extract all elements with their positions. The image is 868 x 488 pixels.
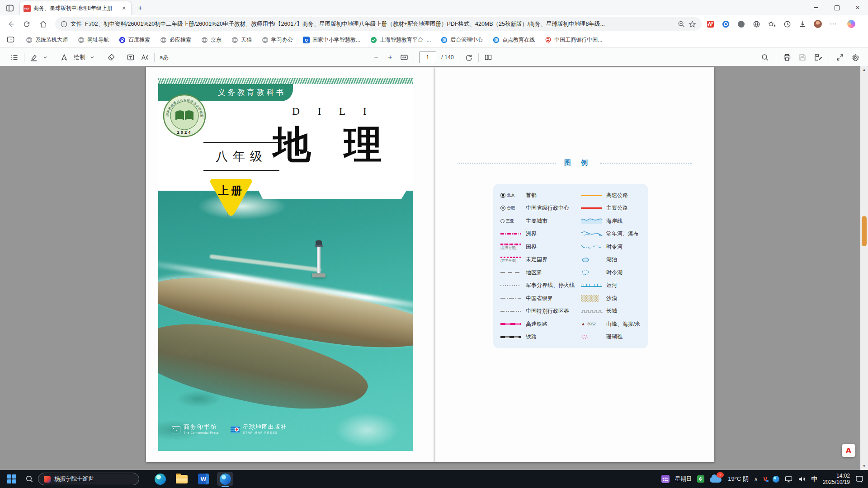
downloads-icon[interactable] — [797, 19, 807, 29]
highlighter-dropdown-icon[interactable] — [43, 56, 47, 59]
legend-symbol-sar-border — [500, 311, 526, 312]
cover-photo — [158, 191, 413, 451]
refresh-icon[interactable] — [22, 19, 32, 29]
page-number-input[interactable] — [419, 52, 436, 63]
window-close-button[interactable]: ✕ — [847, 0, 868, 15]
acrobat-button[interactable]: A — [842, 444, 855, 457]
tab-actions-icon[interactable] — [5, 4, 14, 13]
zoom-in-icon[interactable]: + — [386, 53, 395, 62]
favorite-star-icon[interactable] — [689, 20, 696, 28]
new-tab-button[interactable]: + — [136, 4, 145, 13]
tab-close-icon[interactable]: ✕ — [120, 5, 127, 12]
zoom-page-icon[interactable] — [678, 20, 685, 28]
taskbar-word-icon[interactable]: W — [193, 470, 214, 488]
bookmark-item[interactable]: 系统装机大师 — [26, 36, 68, 44]
add-text-icon[interactable] — [126, 53, 135, 62]
taskbar-clock[interactable]: 14:02 2025/10/19 — [823, 473, 850, 485]
tab-title: 商务、星球版初中地理8年级上册 — [33, 5, 118, 12]
scrollbar-thumb[interactable] — [862, 216, 867, 246]
rotate-icon[interactable] — [464, 53, 473, 62]
draw-dropdown-icon[interactable] — [90, 56, 94, 59]
sidebar-toggle-icon[interactable] — [6, 35, 15, 44]
pdf-page-cover: 义务教育教科书 国家教材委员会专家委员会审核通过 2024 D I L I 地 … — [146, 67, 435, 462]
bookmark-item[interactable]: 点点教育在线 — [493, 36, 535, 44]
volume-icon[interactable] — [798, 475, 806, 483]
window-maximize-button[interactable] — [826, 0, 847, 15]
legend-label: 珊瑚礁 — [606, 333, 623, 341]
pdf-viewer[interactable]: 义务教育教科书 国家教材委员会专家委员会审核通过 2024 D I L I 地 … — [0, 66, 868, 470]
bookmark-item[interactable]: 天猫 — [231, 36, 252, 44]
bookmark-item[interactable]: 学习办公 — [262, 36, 293, 44]
extension-red-icon[interactable]: ▞▞ — [705, 19, 715, 29]
pdf-settings-icon[interactable] — [851, 53, 860, 62]
contents-icon[interactable] — [10, 53, 19, 62]
extension-blue-icon[interactable] — [721, 19, 731, 29]
bookmark-item[interactable]: 后台管理中心 — [441, 36, 483, 44]
calendar-icon[interactable] — [661, 475, 670, 483]
address-field[interactable]: 文件 F:/02、初中资料/26001%20初中二年级上册/26001%20电子… — [55, 17, 702, 31]
fit-width-icon[interactable] — [400, 53, 409, 62]
bookmark-item[interactable]: ICBC中国工商银行中国... — [545, 36, 602, 44]
highlighter-icon[interactable] — [29, 53, 38, 62]
scroll-down-icon[interactable]: ▼ — [860, 462, 868, 470]
history-icon[interactable] — [782, 19, 792, 29]
legend-symbol-river — [581, 230, 606, 238]
taskbar-edge-icon-active[interactable] — [214, 470, 236, 488]
fullscreen-icon[interactable] — [835, 53, 844, 62]
save-as-icon[interactable] — [813, 53, 822, 62]
zoom-out-icon[interactable]: − — [372, 53, 381, 62]
eraser-icon[interactable] — [107, 53, 116, 62]
scroll-up-icon[interactable]: ▲ — [860, 66, 868, 74]
taskbar-search-icon[interactable] — [25, 475, 33, 483]
profile-avatar[interactable] — [813, 19, 823, 29]
ime-indicator[interactable]: 中 — [811, 475, 817, 483]
bookmark-item[interactable]: 必应搜索 — [160, 36, 191, 44]
browser-essentials-icon[interactable] — [751, 19, 761, 29]
bookmarks-list: 系统装机大师网址导航百度搜索必应搜索京东天猫学习办公Q国家中小学智慧教...上海… — [26, 36, 602, 44]
weather-text[interactable]: 19°C 阴 — [728, 475, 749, 483]
taskbar-explorer-icon[interactable] — [171, 470, 193, 488]
bookmark-item[interactable]: 京东 — [201, 36, 222, 44]
back-icon[interactable] — [5, 19, 15, 29]
home-icon[interactable] — [38, 19, 48, 29]
legend-row: 海岸线 — [581, 215, 641, 227]
bookmark-item[interactable]: 百度搜索 — [119, 36, 150, 44]
tray-edge-icon[interactable] — [773, 476, 779, 483]
window-minimize-button[interactable] — [806, 0, 826, 15]
translate-icon[interactable]: aあ — [160, 53, 169, 61]
pdf-scrollbar[interactable]: ▲ ▼ — [860, 66, 868, 470]
browser-menu-icon[interactable]: ⋯ — [828, 19, 838, 29]
legend-symbol-canal — [581, 284, 606, 287]
badge-year: 2024 — [177, 130, 192, 135]
notifications-icon[interactable] — [855, 475, 863, 483]
tray-overflow-icon[interactable]: ∧ — [754, 476, 758, 482]
bookmark-item[interactable]: 网址导航 — [78, 36, 109, 44]
draw-pen-icon[interactable] — [60, 53, 69, 62]
taskbar-search-box[interactable]: 杨振宁院士逝世 — [38, 473, 139, 485]
bookmark-item[interactable]: Q国家中小学智慧教... — [303, 36, 360, 44]
legend-panel: 北京首都合肥中国省级行政中心三亚主要城市洲界(世界全图)国界(世界全图)未定国界… — [493, 184, 648, 348]
browser-tab[interactable]: PDF 商务、星球版初中地理8年级上册 ✕ — [20, 1, 131, 15]
find-in-document-icon[interactable] — [760, 53, 769, 62]
taskbar-browser-icon[interactable] — [149, 470, 171, 488]
volume-label: 上册 — [218, 185, 244, 197]
usb-icon[interactable] — [697, 475, 704, 483]
weather-icon[interactable]: 2 — [710, 475, 722, 483]
legend-symbol-military-line — [500, 285, 526, 286]
network-icon[interactable] — [785, 475, 793, 483]
start-button[interactable] — [7, 474, 16, 483]
page-view-icon[interactable] — [484, 53, 493, 62]
star-map-press-logo — [231, 426, 240, 433]
print-icon[interactable] — [783, 53, 792, 62]
extension-gray-icon[interactable] — [736, 19, 746, 29]
info-icon[interactable] — [61, 21, 67, 28]
tray-v-app-icon[interactable]: V — [763, 475, 767, 483]
draw-label[interactable]: 绘制 — [74, 53, 85, 61]
favorites-bar-icon[interactable] — [767, 19, 777, 29]
svg-text:ICBC: ICBC — [547, 42, 550, 43]
bookmark-item[interactable]: 上海智慧教育平台 -... — [370, 36, 431, 44]
legend-row: 时令湖 — [581, 267, 641, 278]
read-aloud-icon[interactable] — [140, 53, 149, 62]
legend-row: 中国特别行政区界 — [500, 305, 576, 317]
copilot-icon[interactable] — [846, 19, 856, 29]
